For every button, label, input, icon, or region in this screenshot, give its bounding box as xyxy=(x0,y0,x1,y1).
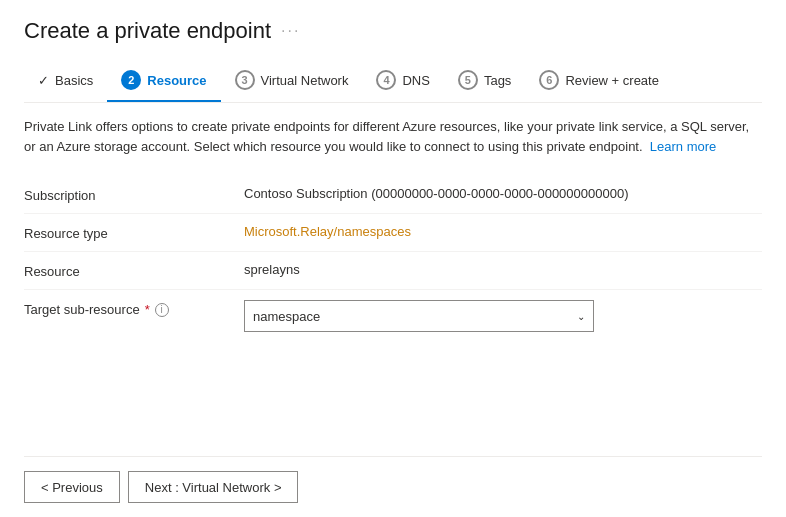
step-tags-circle: 5 xyxy=(458,70,478,90)
step-resource-circle: 2 xyxy=(121,70,141,90)
step-dns[interactable]: 4 DNS xyxy=(362,62,443,102)
target-subresource-dropdown-wrapper: namespace ⌄ xyxy=(244,300,762,332)
target-subresource-row: Target sub-resource * i namespace ⌄ xyxy=(24,290,762,342)
resource-value: sprelayns xyxy=(244,262,762,277)
page-title-ellipsis: ··· xyxy=(281,22,300,40)
content-area: Private Link offers options to create pr… xyxy=(24,117,762,456)
footer: < Previous Next : Virtual Network > xyxy=(24,456,762,517)
target-subresource-dropdown[interactable]: namespace ⌄ xyxy=(244,300,594,332)
page-header: Create a private endpoint ··· xyxy=(24,18,762,44)
subscription-row: Subscription Contoso Subscription (00000… xyxy=(24,176,762,213)
check-icon: ✓ xyxy=(38,73,49,88)
step-tags-label: Tags xyxy=(484,73,511,88)
page-container: Create a private endpoint ··· ✓ Basics 2… xyxy=(0,0,786,517)
dropdown-selected-value: namespace xyxy=(253,309,320,324)
resource-type-value: Microsoft.Relay/namespaces xyxy=(244,224,762,239)
step-dns-label: DNS xyxy=(402,73,429,88)
steps-bar: ✓ Basics 2 Resource 3 Virtual Network 4 … xyxy=(24,62,762,103)
step-review-circle: 6 xyxy=(539,70,559,90)
description: Private Link offers options to create pr… xyxy=(24,117,762,156)
step-resource-label: Resource xyxy=(147,73,206,88)
step-vnet-circle: 3 xyxy=(235,70,255,90)
page-title: Create a private endpoint xyxy=(24,18,271,44)
step-vnet-label: Virtual Network xyxy=(261,73,349,88)
step-basics[interactable]: ✓ Basics xyxy=(24,65,107,100)
step-review-create[interactable]: 6 Review + create xyxy=(525,62,673,102)
target-subresource-label: Target sub-resource * i xyxy=(24,300,244,317)
step-review-label: Review + create xyxy=(565,73,659,88)
subscription-value: Contoso Subscription (00000000-0000-0000… xyxy=(244,186,762,201)
step-tags[interactable]: 5 Tags xyxy=(444,62,525,102)
resource-type-row: Resource type Microsoft.Relay/namespaces xyxy=(24,214,762,251)
description-text: Private Link offers options to create pr… xyxy=(24,119,749,154)
step-resource[interactable]: 2 Resource xyxy=(107,62,220,102)
step-basics-label: Basics xyxy=(55,73,93,88)
next-button[interactable]: Next : Virtual Network > xyxy=(128,471,299,503)
resource-row: Resource sprelayns xyxy=(24,252,762,289)
step-virtual-network[interactable]: 3 Virtual Network xyxy=(221,62,363,102)
resource-label: Resource xyxy=(24,262,244,279)
step-dns-circle: 4 xyxy=(376,70,396,90)
required-indicator: * xyxy=(145,302,150,317)
resource-type-label: Resource type xyxy=(24,224,244,241)
previous-button[interactable]: < Previous xyxy=(24,471,120,503)
info-icon[interactable]: i xyxy=(155,303,169,317)
learn-more-link[interactable]: Learn more xyxy=(650,139,716,154)
subscription-label: Subscription xyxy=(24,186,244,203)
chevron-down-icon: ⌄ xyxy=(577,311,585,322)
